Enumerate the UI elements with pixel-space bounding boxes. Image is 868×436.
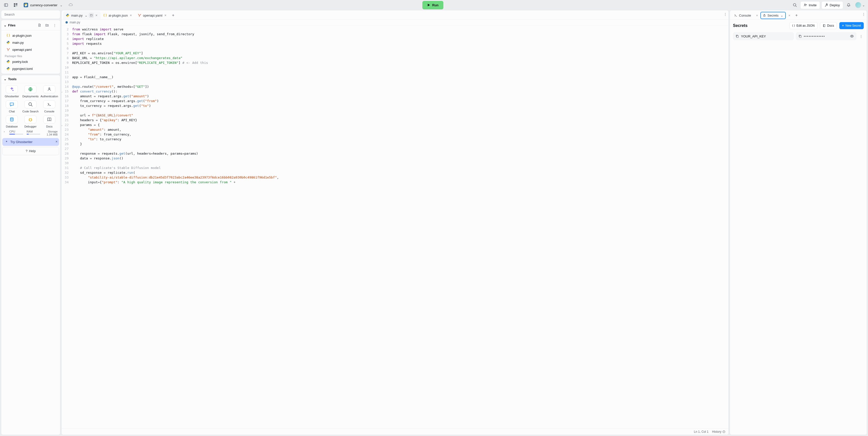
close-icon[interactable]: × xyxy=(787,12,792,19)
tool-docs[interactable]: Docs xyxy=(40,116,58,128)
new-tab-button[interactable]: + xyxy=(793,11,800,19)
new-secret-button[interactable]: + New Secret xyxy=(839,22,864,29)
copy-icon[interactable] xyxy=(798,34,802,38)
new-tab-button[interactable]: + xyxy=(169,11,177,19)
code-line[interactable]: sd_response = replicate.run( xyxy=(72,170,279,175)
code-line[interactable] xyxy=(72,80,279,84)
svg-point-7 xyxy=(793,3,796,6)
svg-point-17 xyxy=(12,90,13,91)
code-line[interactable]: def convert_currency(): xyxy=(72,89,279,94)
tools-header[interactable]: ⌄ Tools xyxy=(4,77,58,81)
code-line[interactable]: response = requests.get(url, headers=hea… xyxy=(72,151,279,156)
search-icon[interactable] xyxy=(791,1,799,9)
tool-chat[interactable]: Chat xyxy=(3,100,20,113)
close-icon[interactable]: × xyxy=(95,13,98,17)
tab-main-py[interactable]: main.py⌄× xyxy=(63,11,100,19)
code-line[interactable]: from flask import Flask, request, jsonif… xyxy=(72,32,279,36)
code-line[interactable]: headers = {"apikey": API_KEY} xyxy=(72,118,279,122)
code-line[interactable]: REPLICATE_API_TOKEN = os.environ["REPLIC… xyxy=(72,60,279,65)
close-icon[interactable]: × xyxy=(129,13,132,17)
tool-ghostwriter[interactable]: Ghostwriter xyxy=(3,85,20,98)
secret-key-cell[interactable]: YOUR_API_KEY xyxy=(733,32,794,40)
code-line[interactable]: url = f"{BASE_URL}/convert" xyxy=(72,113,279,118)
try-ghostwriter-button[interactable]: Try Ghostwriter × xyxy=(2,138,59,146)
code-line[interactable]: from_currency = request.args.get("from") xyxy=(72,99,279,103)
code-line[interactable]: API_KEY = os.environ["YOUR_API_KEY"] xyxy=(72,51,279,56)
code-line[interactable] xyxy=(72,65,279,70)
edit-as-json-button[interactable]: Edit as JSON xyxy=(789,22,817,29)
tool-database[interactable]: Database xyxy=(3,116,20,128)
new-folder-icon[interactable] xyxy=(44,22,50,28)
code-line[interactable] xyxy=(72,108,279,113)
secret-kebab-icon[interactable]: ⋮ xyxy=(859,34,864,38)
layout-icon[interactable] xyxy=(89,13,94,18)
code-line[interactable]: import replicate xyxy=(72,36,279,41)
close-icon[interactable]: × xyxy=(754,12,760,19)
sidebar-toggle-icon[interactable] xyxy=(2,1,10,9)
file-item[interactable]: pyproject.toml xyxy=(3,65,59,72)
history-button[interactable]: History xyxy=(712,430,725,434)
new-file-icon[interactable] xyxy=(36,22,42,28)
search-input[interactable]: Search xyxy=(1,10,60,19)
files-header[interactable]: ⌄ Files xyxy=(4,23,35,27)
tab-openapi-yaml[interactable]: openapi.yaml× xyxy=(135,11,170,19)
code-line[interactable]: } xyxy=(72,142,279,146)
tabs-kebab-icon[interactable]: ⋮ xyxy=(724,12,727,16)
tab-console[interactable]: Console xyxy=(732,12,753,19)
tab-ai-plugin-json[interactable]: ai-plugin.json× xyxy=(100,11,135,19)
invite-icon xyxy=(804,3,807,7)
tool-deployments[interactable]: Deployments xyxy=(22,85,39,98)
code-line[interactable] xyxy=(72,70,279,75)
code-line[interactable]: "stability-ai/stable-diffusion:db21e45d3… xyxy=(72,175,279,180)
code-editor[interactable]: 234567891011121314⌄15161718192021⌄222324… xyxy=(62,25,728,428)
apps-icon[interactable] xyxy=(11,1,20,9)
help-button[interactable]: ? Help xyxy=(2,147,59,155)
code-line[interactable] xyxy=(72,146,279,151)
code-line[interactable]: # Call replicate's Stable Diffusion mode… xyxy=(72,165,279,170)
run-button[interactable]: Run xyxy=(423,1,443,9)
code-line[interactable]: @app.route("/convert", methods=["GET"]) xyxy=(72,84,279,89)
code-line[interactable]: to_currency = request.args.get("to") xyxy=(72,103,279,108)
tool-debugger[interactable]: Debugger xyxy=(22,116,39,128)
account-menu[interactable]: ⌄ xyxy=(854,1,866,9)
eye-icon[interactable] xyxy=(850,34,854,38)
code-line[interactable]: "to": to_currency xyxy=(72,137,279,142)
code-line[interactable] xyxy=(72,46,279,51)
file-type-icon xyxy=(137,13,142,17)
copy-icon[interactable] xyxy=(736,34,739,38)
code-line[interactable]: import requests xyxy=(72,41,279,46)
secrets-docs-button[interactable]: Docs xyxy=(820,22,837,29)
file-item[interactable]: main.py xyxy=(3,39,59,46)
tab-secrets[interactable]: Secrets⌄ xyxy=(761,12,786,19)
code-line[interactable]: data = response.json() xyxy=(72,156,279,161)
cloud-sync-icon[interactable] xyxy=(67,1,75,9)
close-icon[interactable]: × xyxy=(56,139,58,144)
file-item[interactable]: openapi.yaml xyxy=(3,46,59,53)
code-line[interactable] xyxy=(72,161,279,165)
code-line[interactable]: amount = request.args.get("amount") xyxy=(72,94,279,99)
right-tabs-kebab-icon[interactable]: ⋮ xyxy=(862,12,865,16)
notifications-icon[interactable] xyxy=(845,1,852,9)
code-line[interactable]: input={"prompt": "A high quality image r… xyxy=(72,180,279,185)
close-icon[interactable]: × xyxy=(164,13,167,17)
stat-expand[interactable]: › xyxy=(4,130,6,136)
tool-authentication[interactable]: Authentication xyxy=(40,85,58,98)
file-item[interactable]: ai-plugin.json xyxy=(3,32,59,39)
code-line[interactable]: "amount": amount, xyxy=(72,127,279,132)
tool-console[interactable]: Console xyxy=(40,100,58,113)
line-number: 24 xyxy=(62,132,70,137)
code-line[interactable]: "from": from_currency, xyxy=(72,132,279,137)
code-line[interactable]: BASE_URL = "https://api.apilayer.com/exc… xyxy=(72,56,279,60)
code-line[interactable]: app = Flask(__name__) xyxy=(72,75,279,80)
invite-button[interactable]: Invite xyxy=(800,1,820,9)
file-item[interactable]: poetry.lock xyxy=(3,58,59,65)
project-selector[interactable]: currency-converter ⌄ xyxy=(21,2,65,8)
secret-value-cell[interactable]: ••••••••••••• xyxy=(796,32,857,40)
code-line[interactable]: params = { xyxy=(72,122,279,127)
tool-icon xyxy=(24,100,36,108)
code-line[interactable]: from waitress import serve xyxy=(72,27,279,32)
tool-code-search[interactable]: Code Search xyxy=(22,100,39,113)
line-number: 34 xyxy=(62,180,70,185)
deploy-button[interactable]: Deploy xyxy=(822,1,843,9)
files-kebab-icon[interactable]: ⋮ xyxy=(52,22,58,28)
